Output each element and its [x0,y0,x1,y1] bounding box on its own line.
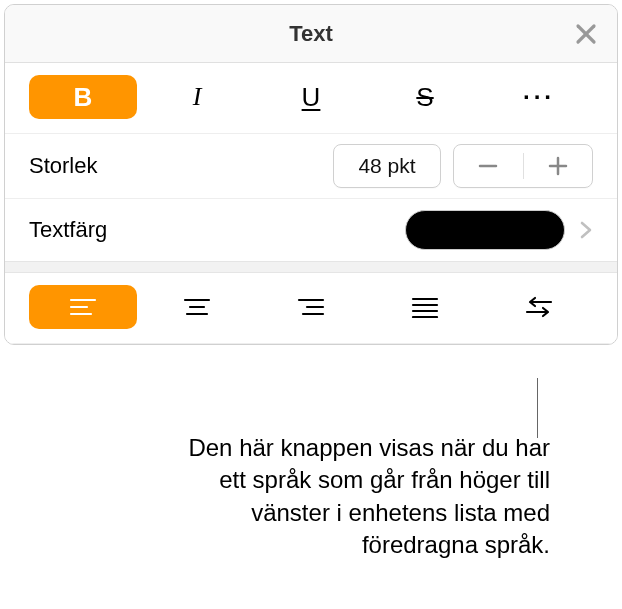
plus-icon [547,155,569,177]
rtl-direction-button[interactable] [485,285,593,329]
align-left-button[interactable] [29,285,137,329]
chevron-right-icon [579,219,593,241]
callout-leader-line [537,378,538,438]
size-value[interactable]: 48 pkt [333,144,441,188]
panel-title: Text [289,21,333,47]
panel-header: Text [5,5,617,63]
align-center-button[interactable] [143,285,251,329]
align-left-icon [69,297,97,317]
align-center-icon [183,297,211,317]
strike-glyph: S [416,82,433,113]
size-stepper [453,144,593,188]
italic-button[interactable]: I [143,75,251,119]
close-icon [573,21,599,47]
text-color-row[interactable]: Textfärg [5,199,617,261]
align-justify-button[interactable] [371,285,479,329]
text-color-label: Textfärg [29,217,405,243]
text-format-panel: Text B I U S ··· Storlek 48 pkt [4,4,618,345]
text-style-row: B I U S ··· [5,63,617,134]
size-increase-button[interactable] [524,145,593,187]
size-label: Storlek [29,153,333,179]
text-color-swatch[interactable] [405,210,565,250]
strikethrough-button[interactable]: S [371,75,479,119]
callout-text: Den här knappen visas när du har ett spr… [160,432,550,562]
alignment-row [5,273,617,344]
text-color-disclosure[interactable] [579,219,593,241]
align-right-icon [297,297,325,317]
size-decrease-button[interactable] [454,145,523,187]
size-row: Storlek 48 pkt [5,134,617,199]
alignment-section [5,273,617,344]
align-justify-icon [411,296,439,318]
section-divider [5,261,617,273]
underline-glyph: U [302,82,321,113]
minus-icon [477,155,499,177]
style-section: B I U S ··· Storlek 48 pkt [5,63,617,261]
rtl-direction-icon [524,295,554,319]
underline-button[interactable]: U [257,75,365,119]
close-button[interactable] [573,21,599,47]
more-styles-button[interactable]: ··· [485,75,593,119]
bold-button[interactable]: B [29,75,137,119]
align-right-button[interactable] [257,285,365,329]
